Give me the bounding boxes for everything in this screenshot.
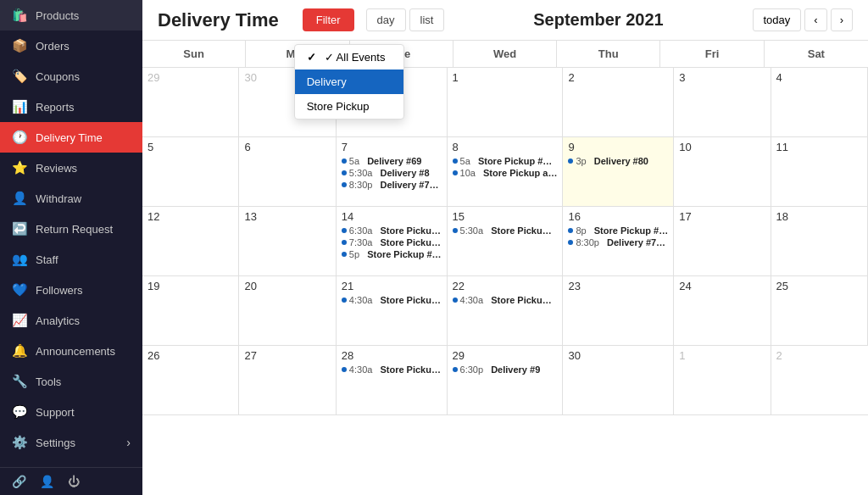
cal-event[interactable]: 5a Delivery #69 <box>342 156 442 166</box>
cal-cell[interactable]: 20 <box>239 276 336 346</box>
sidebar-item-tools[interactable]: 🔧 Tools <box>0 366 142 397</box>
cal-event[interactable]: 4:30a Store Picku… <box>453 295 558 305</box>
sidebar-item-delivery-time[interactable]: 🕐 Delivery Time <box>0 122 142 153</box>
sidebar-item-staff[interactable]: 👥 Staff <box>0 244 142 275</box>
coupons-icon: 🏷️ <box>12 69 27 84</box>
cal-event[interactable]: 8:30p Delivery #7… <box>568 237 668 248</box>
cal-cell[interactable]: 93p Delivery #80 <box>563 137 674 207</box>
event-dot <box>568 159 573 164</box>
cal-cell[interactable]: 224:30a Store Picku… <box>448 276 564 346</box>
dropdown-option-all-events[interactable]: ✓ All Events <box>295 45 403 70</box>
cal-cell[interactable]: 13 <box>239 207 336 276</box>
cal-cell[interactable]: 168p Store Pickup #…8:30p Delivery #7… <box>563 207 674 276</box>
today-button[interactable]: today <box>753 8 802 31</box>
cal-event[interactable]: 5:30a Delivery #8 <box>342 168 442 178</box>
sidebar-label-tools: Tools <box>36 375 61 388</box>
cal-cell[interactable]: 75a Delivery #695:30a Delivery #88:30p D… <box>337 137 448 207</box>
event-label: Store Picku… <box>380 225 441 236</box>
cal-event[interactable]: 3p Delivery #80 <box>568 156 668 166</box>
sidebar-label-settings: Settings <box>36 437 75 449</box>
event-dot <box>568 228 573 233</box>
prev-month-button[interactable]: ‹ <box>804 8 826 31</box>
cal-cell[interactable]: 19 <box>142 276 239 346</box>
sidebar-item-settings[interactable]: ⚙️ Settings › <box>0 427 142 458</box>
dropdown-menu: ✓ All EventsDeliveryStore Pickup <box>294 44 404 120</box>
sidebar-label-announcements: Announcements <box>36 345 115 358</box>
list-tab[interactable]: list <box>409 8 445 31</box>
cal-cell[interactable]: 155:30a Store Picku… <box>448 207 564 276</box>
cal-cell[interactable]: 29 <box>142 68 239 137</box>
cal-cell[interactable]: 12 <box>142 207 239 276</box>
cal-event[interactable]: 8p Store Pickup #… <box>568 225 668 236</box>
event-label: Delivery #80 <box>594 156 648 166</box>
cal-cell[interactable]: 1 <box>674 346 771 415</box>
event-dot <box>342 240 347 245</box>
cal-cell[interactable]: 5 <box>142 137 239 207</box>
dropdown-option-store-pickup[interactable]: Store Pickup <box>295 94 403 119</box>
event-label: Delivery #7… <box>380 180 438 190</box>
cal-cell[interactable]: 146:30a Store Picku…7:30a Store Picku…5p… <box>337 207 448 276</box>
sidebar-item-reports[interactable]: 📊 Reports <box>0 92 142 122</box>
cal-cell[interactable]: 2 <box>563 68 674 137</box>
cal-cell[interactable]: 25 <box>771 276 868 346</box>
cal-cell[interactable]: 3 <box>674 68 771 137</box>
cal-date: 25 <box>776 280 862 292</box>
dropdown-option-delivery[interactable]: Delivery <box>295 70 403 94</box>
cal-cell[interactable]: 1 <box>448 68 564 137</box>
cal-cell[interactable]: 26 <box>142 346 239 415</box>
cal-event[interactable]: 5a Store Pickup #… <box>453 156 558 166</box>
cal-cell[interactable]: 24 <box>674 276 771 346</box>
cal-event[interactable]: 4:30a Store Picku… <box>342 364 442 375</box>
event-label: Delivery #69 <box>367 156 421 166</box>
filter-button[interactable]: Filter <box>303 8 354 31</box>
cal-cell[interactable]: 23 <box>563 276 674 346</box>
sidebar-item-withdraw[interactable]: 👤 Withdraw <box>0 183 142 214</box>
cal-cell[interactable]: 27 <box>239 346 336 415</box>
cal-event[interactable]: 6:30a Store Picku… <box>342 225 442 236</box>
user-icon[interactable]: 👤 <box>40 475 54 488</box>
sidebar-item-support[interactable]: 💬 Support <box>0 397 142 427</box>
cal-date: 30 <box>568 349 668 362</box>
event-dot <box>342 252 347 257</box>
cal-date: 17 <box>679 210 765 223</box>
cal-cell[interactable]: 214:30a Store Picku… <box>337 276 448 346</box>
cal-cell[interactable]: 30 <box>563 346 674 415</box>
cal-event[interactable]: 5:30a Store Picku… <box>453 225 558 236</box>
cal-event[interactable]: 8:30p Delivery #7… <box>342 180 442 190</box>
sidebar-item-products[interactable]: 🛍️ Products <box>0 0 142 31</box>
cal-cell[interactable]: 11 <box>771 137 868 207</box>
cal-date: 27 <box>244 349 330 362</box>
cal-event[interactable]: 7:30a Store Picku… <box>342 237 442 248</box>
sidebar-item-coupons[interactable]: 🏷️ Coupons <box>0 61 142 92</box>
cal-cell[interactable]: 284:30a Store Picku… <box>337 346 448 415</box>
sidebar-item-followers[interactable]: 💙 Followers <box>0 275 142 305</box>
cal-event[interactable]: 10a Store Pickup a… <box>453 168 558 178</box>
link-icon[interactable]: 🔗 <box>12 475 26 488</box>
cal-event[interactable]: 4:30a Store Picku… <box>342 295 442 305</box>
day-tab[interactable]: day <box>366 8 406 31</box>
cal-event[interactable]: 6:30p Delivery #9 <box>453 364 558 375</box>
calendar-nav: today ‹ › <box>753 8 854 31</box>
sidebar-item-analytics[interactable]: 📈 Analytics <box>0 305 142 336</box>
cal-date: 26 <box>147 349 233 362</box>
cal-cell[interactable]: 10 <box>674 137 771 207</box>
sidebar-label-reports: Reports <box>36 101 75 114</box>
cal-cell[interactable]: 6 <box>239 137 336 207</box>
cal-cell[interactable]: 85a Store Pickup #…10a Store Pickup a… <box>448 137 564 207</box>
analytics-icon: 📈 <box>12 313 27 328</box>
cal-cell[interactable]: 296:30p Delivery #9 <box>448 346 564 415</box>
sidebar-item-announcements[interactable]: 🔔 Announcements <box>0 336 142 366</box>
cal-cell[interactable]: 18 <box>771 207 868 276</box>
cal-cell[interactable]: 4 <box>771 68 868 137</box>
event-time: 3p <box>576 156 586 166</box>
sidebar-item-return-request[interactable]: ↩️ Return Request <box>0 214 142 244</box>
settings-icon: ⚙️ <box>12 435 27 450</box>
cal-cell[interactable]: 2 <box>771 346 868 415</box>
cal-cell[interactable]: 17 <box>674 207 771 276</box>
power-icon[interactable]: ⏻ <box>68 475 80 488</box>
sidebar-item-reviews[interactable]: ⭐ Reviews <box>0 153 142 183</box>
reports-icon: 📊 <box>12 99 27 114</box>
next-month-button[interactable]: › <box>831 8 853 31</box>
sidebar-item-orders[interactable]: 📦 Orders <box>0 31 142 61</box>
cal-event[interactable]: 5p Store Pickup #… <box>342 249 442 259</box>
